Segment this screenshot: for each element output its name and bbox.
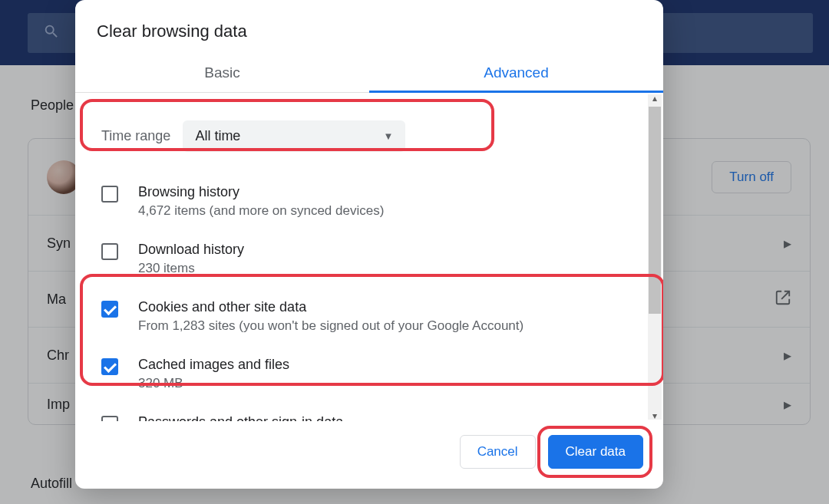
item-download-history: Download history 230 items <box>94 232 645 290</box>
item-title: Download history <box>138 242 244 258</box>
tab-advanced[interactable]: Advanced <box>369 55 663 92</box>
item-title: Cached images and files <box>138 357 289 373</box>
cancel-button[interactable]: Cancel <box>460 435 536 469</box>
time-range-value: All time <box>195 128 240 144</box>
checkbox-cookies[interactable] <box>101 301 118 318</box>
dialog-title: Clear browsing data <box>75 0 663 55</box>
item-title: Browsing history <box>138 184 384 200</box>
clear-browsing-data-dialog: Clear browsing data Basic Advanced Time … <box>75 0 663 489</box>
item-passwords: Passwords and other sign-in data <box>94 405 645 421</box>
clear-data-button[interactable]: Clear data <box>548 435 643 469</box>
item-browsing-history: Browsing history 4,672 items (and more o… <box>94 175 645 232</box>
dialog-tabs: Basic Advanced <box>75 55 663 93</box>
dialog-scrollpane: Time range All time ▼ Browsing history 4… <box>75 93 663 421</box>
checkbox-passwords[interactable] <box>101 416 118 421</box>
item-subtitle: From 1,283 sites (you won't be signed ou… <box>138 318 523 334</box>
item-title: Passwords and other sign-in data <box>138 414 343 421</box>
checkbox-download-history[interactable] <box>101 243 118 260</box>
time-range-select[interactable]: All time ▼ <box>183 120 405 152</box>
scrollbar-thumb[interactable] <box>649 107 661 314</box>
item-cache: Cached images and files 320 MB <box>94 348 645 405</box>
tab-basic[interactable]: Basic <box>75 55 369 92</box>
chevron-down-icon: ▼ <box>384 130 394 142</box>
dialog-actions: Cancel Clear data <box>75 421 663 489</box>
item-subtitle: 320 MB <box>138 376 289 391</box>
checkbox-cache[interactable] <box>101 358 118 375</box>
item-subtitle: 230 items <box>138 261 244 276</box>
time-range-label: Time range <box>101 128 170 144</box>
item-subtitle: 4,672 items (and more on synced devices) <box>138 203 384 219</box>
time-range-row: Time range All time ▼ <box>94 107 645 166</box>
checkbox-browsing-history[interactable] <box>101 186 118 203</box>
scrollbar-track[interactable] <box>648 94 662 420</box>
item-title: Cookies and other site data <box>138 299 523 315</box>
item-cookies: Cookies and other site data From 1,283 s… <box>94 290 645 348</box>
